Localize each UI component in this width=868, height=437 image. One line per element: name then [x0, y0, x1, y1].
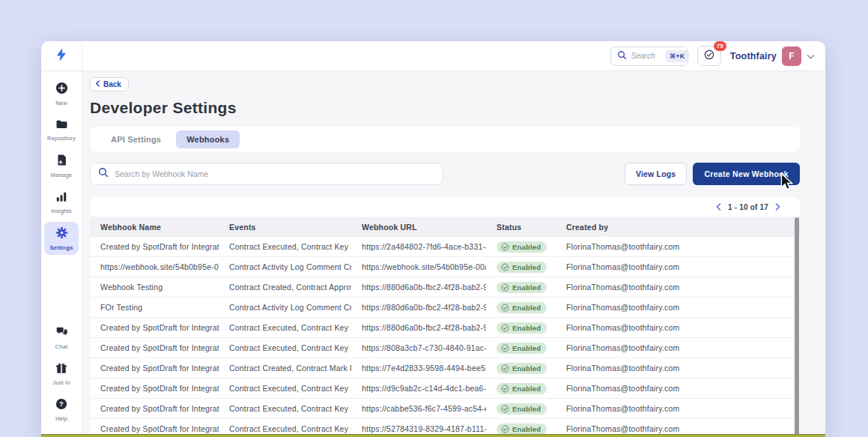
scrollbar-thumb[interactable]: [795, 217, 799, 436]
status-label: Enabled: [512, 364, 541, 373]
topbar: ⌘+K 75 Toothfairy F: [41, 41, 825, 71]
pagination-prev-icon[interactable]: [716, 203, 721, 211]
back-button[interactable]: Back: [90, 77, 129, 91]
webhook-name-cell: Webhook Testing: [90, 283, 219, 292]
table-header: Webhook Name Events Webhook URL Status C…: [90, 217, 800, 237]
plus-circle-icon: [55, 82, 68, 97]
topbar-right: ⌘+K 75 Toothfairy F: [610, 46, 825, 66]
pagination-range: 1 - 10 of 17: [728, 203, 768, 211]
check-circle-icon: [501, 385, 509, 393]
document-gear-icon: [56, 154, 67, 169]
column-header-status: Status: [486, 223, 556, 232]
webhook-url-cell: https://808a3cb7-c730-4840-91ac-0c...: [351, 343, 486, 352]
chevron-down-icon: [807, 49, 815, 63]
events-cell: Contract Executed, Contract Key Poi...: [219, 404, 351, 413]
created-by-cell: FlorinaThomas@toothfairy.com: [556, 262, 800, 271]
main-content: Back Developer Settings API Settings Web…: [82, 71, 825, 437]
sidebar-item-help[interactable]: ? Help: [44, 394, 79, 426]
status-label: Enabled: [512, 344, 541, 352]
app-logo[interactable]: [41, 41, 82, 70]
status-badge: Enabled: [497, 383, 547, 394]
search-icon: [98, 167, 109, 181]
sidebar-item-just-in[interactable]: Just In: [44, 358, 79, 390]
webhook-url-cell: https://7e4d2833-9598-4494-bee5-8...: [351, 364, 486, 373]
sidebar-item-settings[interactable]: Settings: [44, 222, 79, 255]
avatar: F: [782, 46, 801, 66]
table-row[interactable]: https://webhook.site/54b0b95e-00a0-... C…: [90, 257, 800, 277]
global-search-input[interactable]: [631, 52, 661, 60]
sidebar-item-label: New: [55, 100, 67, 106]
gear-icon: [55, 226, 68, 242]
status-cell: Enabled: [486, 343, 556, 354]
view-logs-button[interactable]: View Logs: [625, 163, 688, 185]
sidebar-item-manage[interactable]: Manage: [44, 149, 79, 182]
sidebar-item-chat[interactable]: Chat: [44, 322, 79, 354]
sidebar-bottom-group: Chat Just In ? Help: [44, 322, 79, 430]
check-circle-icon: [501, 344, 509, 352]
chevron-left-icon: [95, 80, 100, 88]
tasks-button[interactable]: 75: [697, 46, 721, 66]
sidebar-item-label: Manage: [51, 172, 72, 178]
events-cell: Contract Created, Contract Approval ...: [219, 283, 351, 292]
user-name: Toothfairy: [730, 51, 777, 61]
app-window: ⌘+K 75 Toothfairy F: [41, 41, 825, 437]
bar-chart-icon: [55, 190, 67, 205]
status-label: Enabled: [512, 324, 541, 332]
table-body: Created by SpotDraft for Integration: ..…: [90, 237, 800, 437]
table-row[interactable]: Created by SpotDraft for Integration: ..…: [90, 379, 800, 399]
status-label: Enabled: [512, 385, 541, 393]
sidebar-item-insights[interactable]: Insights: [44, 186, 79, 218]
search-icon: [617, 49, 627, 63]
create-new-webhook-button[interactable]: Create New Webhook: [693, 163, 800, 185]
table-row[interactable]: FOr Testing Contract Activity Log Commen…: [90, 298, 800, 318]
events-cell: Contract Activity Log Comment Crea...: [219, 303, 351, 312]
table-row[interactable]: Webhook Testing Contract Created, Contra…: [90, 277, 800, 298]
webhook-search-input[interactable]: [115, 169, 435, 178]
events-cell: Contract Executed, Contract Key Poi...: [219, 384, 351, 393]
created-by-cell: FlorinaThomas@toothfairy.com: [556, 343, 800, 352]
check-circle-icon: [501, 405, 509, 413]
tab-webhooks[interactable]: Webhooks: [176, 130, 240, 148]
webhook-name-cell: https://webhook.site/54b0b95e-00a0-...: [90, 262, 219, 271]
sidebar-item-repository[interactable]: Repository: [44, 114, 79, 145]
events-cell: Contract Executed, Contract Key Poi...: [219, 323, 351, 332]
table-row[interactable]: Created by SpotDraft for Integration: ..…: [90, 318, 800, 338]
table-row[interactable]: Created by SpotDraft for Integration: ..…: [90, 338, 800, 358]
svg-text:?: ?: [59, 400, 64, 408]
table-row[interactable]: Created by SpotDraft for Integration: ..…: [90, 399, 800, 419]
status-badge: Enabled: [497, 403, 547, 415]
status-badge: Enabled: [497, 343, 547, 354]
table-row[interactable]: Created by SpotDraft for Integration: ..…: [90, 237, 800, 257]
created-by-cell: FlorinaThomas@toothfairy.com: [556, 323, 800, 332]
webhook-name-cell: Created by SpotDraft for Integration: ..…: [90, 323, 219, 332]
created-by-cell: FlorinaThomas@toothfairy.com: [556, 384, 800, 393]
check-circle-icon: [501, 263, 509, 271]
user-menu[interactable]: Toothfairy F: [730, 46, 815, 66]
pagination-next-icon[interactable]: [775, 203, 780, 211]
folder-icon: [55, 118, 68, 133]
table-row[interactable]: Created by SpotDraft for Integration: ..…: [90, 358, 800, 379]
events-cell: Contract Executed, Contract Key Poi...: [219, 424, 351, 433]
webhook-url-cell: https://880d6a0b-fbc2-4f28-bab2-9...: [351, 303, 486, 312]
sidebar-item-label: Repository: [47, 135, 76, 142]
webhook-search[interactable]: [90, 163, 443, 185]
chat-bubbles-icon: [55, 326, 68, 341]
webhook-url-cell: https://880d6a0b-fbc2-4f28-bab2-9...: [351, 323, 486, 332]
tab-api-settings[interactable]: API Settings: [100, 130, 172, 148]
question-circle-icon: ?: [55, 398, 67, 413]
vertical-scrollbar[interactable]: [795, 217, 799, 437]
check-circle-icon: [501, 364, 509, 373]
keyboard-shortcut-badge: ⌘+K: [666, 50, 689, 62]
global-search[interactable]: ⌘+K: [610, 46, 688, 66]
status-cell: Enabled: [486, 383, 556, 394]
status-badge: Enabled: [497, 282, 547, 293]
events-cell: Contract Created, Contract Mark For ...: [219, 364, 351, 373]
status-cell: Enabled: [486, 302, 556, 313]
sidebar-item-new[interactable]: New: [44, 77, 79, 110]
status-badge: Enabled: [497, 363, 547, 374]
events-cell: Contract Executed, Contract Key Poi...: [219, 242, 351, 251]
created-by-cell: FlorinaThomas@toothfairy.com: [556, 404, 800, 413]
status-label: Enabled: [512, 425, 541, 433]
status-cell: Enabled: [486, 282, 556, 293]
sidebar-item-label: Insights: [51, 208, 71, 214]
